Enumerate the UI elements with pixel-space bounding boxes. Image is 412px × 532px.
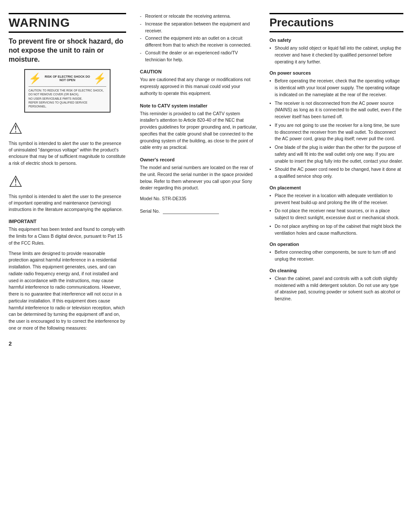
power-list: Before operating the receiver, check tha… xyxy=(269,78,403,180)
caution-title: CAUTION xyxy=(140,69,257,74)
triangle-warning-icon-2: ⚠ xyxy=(9,173,126,191)
cleaning-item-1: Clean the cabinet, panel and controls wi… xyxy=(269,275,403,302)
lightning-left-icon: ⚡ xyxy=(29,72,41,85)
triangle2-description: This symbol is intended to alert the use… xyxy=(9,193,126,213)
triangle1-description: This symbol is intended to alert the use… xyxy=(9,140,126,167)
power-item-3: If you are not going to use the receiver… xyxy=(269,122,403,142)
note-title: Note to CATV system installer xyxy=(140,103,257,108)
placement-list: Place the receiver in a location with ad… xyxy=(269,192,403,237)
warning-header: WARNING xyxy=(9,13,126,33)
safety-line-4: REFER SERVICING TO QUALIFIED SERVICE PER… xyxy=(29,101,106,108)
power-item-2: The receiver is not disconnected from th… xyxy=(269,100,403,120)
important-title: IMPORTANT xyxy=(9,219,126,224)
model-line: Model No. STR-DE335 xyxy=(140,196,257,201)
right-column: Precautions On safety Should any solid o… xyxy=(263,13,403,523)
prec-section-cleaning: On cleaning xyxy=(269,268,403,273)
measure-item-1: Reorient or relocate the receiving anten… xyxy=(140,13,257,20)
serial-line xyxy=(163,208,219,214)
important-text2: These limits are designed to provide rea… xyxy=(9,250,126,332)
safety-line-1: CAUTION: TO REDUCE THE RISK OF ELECTRIC … xyxy=(29,88,106,92)
prec-section-power: On power sources xyxy=(269,70,403,76)
page: WARNING To prevent fire or shock hazard,… xyxy=(0,0,412,532)
precautions-title: Precautions xyxy=(269,16,403,29)
placement-item-1: Place the receiver in a location with ad… xyxy=(269,192,403,206)
cleaning-list: Clean the cabinet, panel and controls wi… xyxy=(269,275,403,302)
safety-box: ⚡ RISK OF ELECTRIC SHOCK DO NOT OPEN ⚡ C… xyxy=(24,69,111,112)
center-column: Reorient or relocate the receiving anten… xyxy=(134,13,263,523)
safety-box-title: RISK OF ELECTRIC SHOCK DO NOT OPEN xyxy=(43,75,92,82)
measure-item-2: Increase the separation between the equi… xyxy=(140,21,257,35)
owners-text: The model and serial numbers are located… xyxy=(140,164,257,192)
warning-subtitle: To prevent fire or shock hazard, do not … xyxy=(9,37,126,64)
operation-list: Before connecting other components, be s… xyxy=(269,249,403,263)
prec-section-placement: On placement xyxy=(269,185,403,190)
safety-box-label: RISK OF ELECTRIC SHOCK DO NOT OPEN xyxy=(41,75,93,82)
measures-list: Reorient or relocate the receiving anten… xyxy=(140,13,257,63)
safety-line-3: NO USER-SERVICEABLE PARTS INSIDE. xyxy=(29,97,106,101)
serial-label: Serial No. xyxy=(140,208,160,214)
placement-item-3: Do not place anything on top of the cabi… xyxy=(269,223,403,237)
safety-item-1: Should any solid object or liquid fall i… xyxy=(269,45,403,65)
measure-item-3: Connect the equipment into an outlet on … xyxy=(140,35,257,49)
page-number: 2 xyxy=(9,340,126,347)
note-text: This reminder is provided to call the CA… xyxy=(140,110,257,151)
safety-line-2: DO NOT REMOVE COVER (OR BACK). xyxy=(29,92,106,96)
power-item-1: Before operating the receiver, check tha… xyxy=(269,78,403,98)
triangle-warning-icon-1: ⚠ xyxy=(9,120,126,138)
important-text1: This equipment has been tested and found… xyxy=(9,226,126,246)
left-column: WARNING To prevent fire or shock hazard,… xyxy=(9,13,134,523)
operation-item-1: Before connecting other components, be s… xyxy=(269,249,403,263)
safety-box-text: CAUTION: TO REDUCE THE RISK OF ELECTRIC … xyxy=(29,86,106,108)
prec-section-operation: On operation xyxy=(269,242,403,247)
power-item-4: One blade of the plug is wider than the … xyxy=(269,144,403,164)
warning-title: WARNING xyxy=(9,16,126,30)
lightning-right-icon: ⚡ xyxy=(93,72,106,85)
caution-text: You are cautioned that any change or mod… xyxy=(140,76,257,97)
prec-section-safety: On safety xyxy=(269,38,403,43)
precautions-header: Precautions xyxy=(269,13,403,32)
measure-item-4: Consult the dealer or an experienced rad… xyxy=(140,50,257,63)
owners-title: Owner's record xyxy=(140,157,257,162)
power-item-5: Should the AC power cord need to be chan… xyxy=(269,166,403,180)
safety-list: Should any solid object or liquid fall i… xyxy=(269,45,403,65)
placement-item-2: Do not place the receiver near heat sour… xyxy=(269,208,403,221)
serial-container: Serial No. xyxy=(140,208,257,215)
